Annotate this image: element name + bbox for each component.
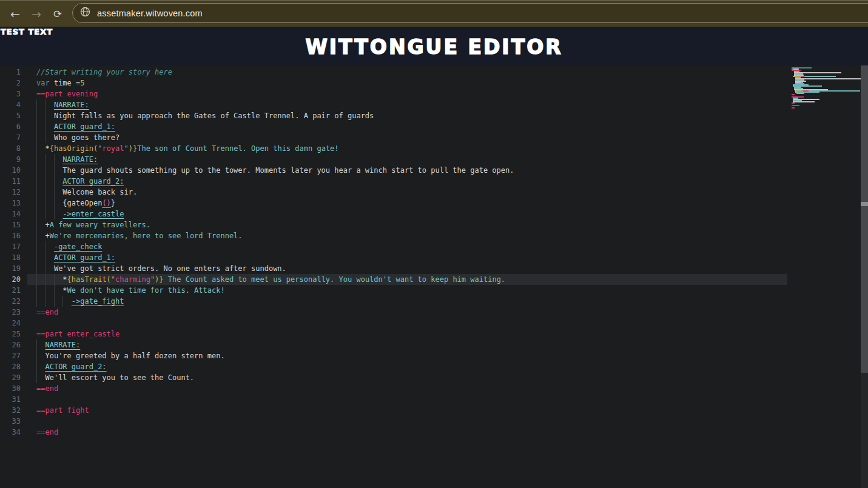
globe-icon	[80, 7, 90, 19]
back-button[interactable]: ←	[7, 6, 23, 22]
code-text: {gateOpen()}	[36, 198, 115, 209]
code-line[interactable]: 10 The guard shouts something up to the …	[0, 165, 868, 176]
code-line[interactable]: 9 NARRATE:	[0, 154, 868, 165]
code-line[interactable]: 28 ACTOR guard_2:	[0, 361, 868, 372]
code-line[interactable]: 24	[0, 318, 868, 329]
code-line[interactable]: 19 We've got strict orders. No one enter…	[0, 263, 868, 274]
line-number: 27	[0, 350, 21, 361]
code-line[interactable]: 21 *We don't have time for this. Attack!	[0, 285, 868, 296]
code-line[interactable]: 2var time =5	[0, 78, 868, 89]
code-line[interactable]: 34==end	[0, 427, 868, 438]
code-line[interactable]: 1//Start writing your story here	[0, 67, 868, 78]
line-number: 10	[0, 165, 21, 176]
code-text: ACTOR guard_2:	[36, 176, 124, 187]
url-text: assetmaker.witwoven.com	[97, 8, 203, 18]
code-text: +We're mercenaries, here to see lord Tre…	[36, 230, 243, 241]
code-text: We'll escort you to see the Count.	[36, 372, 194, 383]
line-number: 18	[0, 252, 21, 263]
line-number: 25	[0, 329, 21, 339]
code-line[interactable]: 8 *{hasOrigin("royal")}The son of Count …	[0, 143, 868, 154]
code-text: You're greeted by a half dozen stern men…	[36, 350, 225, 361]
code-line[interactable]: 22 ->gate_fight	[0, 296, 868, 307]
reload-button[interactable]: ⟳	[50, 6, 66, 22]
line-number: 7	[0, 132, 21, 143]
code-line[interactable]: 29 We'll escort you to see the Count.	[0, 372, 868, 383]
code-line[interactable]: 7 Who goes there?	[0, 132, 868, 143]
line-number: 1	[0, 67, 21, 78]
code-text: ->enter_castle	[36, 209, 124, 219]
forward-button[interactable]: →	[29, 6, 44, 22]
scrollbar[interactable]	[861, 65, 868, 488]
code-line[interactable]: 4 NARRATE:	[0, 99, 868, 110]
line-number: 3	[0, 89, 21, 99]
line-number: 26	[0, 339, 21, 350]
line-number: 28	[0, 361, 21, 372]
code-text: ==end	[36, 427, 58, 438]
code-text: *{hasOrigin("royal")}The son of Count Tr…	[36, 143, 339, 154]
code-line[interactable]: 16 +We're mercenaries, here to see lord …	[0, 230, 868, 241]
line-number: 14	[0, 209, 21, 219]
address-bar[interactable]: assetmaker.witwoven.com	[72, 3, 868, 23]
code-line[interactable]: 32==part fight	[0, 405, 868, 416]
code-text: NARRATE:	[36, 99, 89, 110]
code-text: +A few weary travellers.	[36, 219, 150, 230]
line-number: 22	[0, 296, 21, 307]
code-text: NARRATE:	[36, 154, 98, 165]
minimap[interactable]	[792, 67, 858, 116]
line-number: 34	[0, 427, 21, 438]
code-text: ACTOR guard_1:	[36, 252, 115, 263]
code-line[interactable]: 27 You're greeted by a half dozen stern …	[0, 350, 868, 361]
line-number: 31	[0, 394, 21, 405]
code-line[interactable]: 18 ACTOR guard_1:	[0, 252, 868, 263]
code-text: Night falls as you approach the Gates of…	[36, 110, 374, 121]
code-text: *We don't have time for this. Attack!	[36, 285, 225, 296]
line-number: 13	[0, 198, 21, 209]
page-title: WITTONGUE EDITOR	[0, 35, 868, 59]
title-bar: TEST TEXT WITTONGUE EDITOR	[0, 27, 868, 65]
code-line[interactable]: 25==part enter_castle	[0, 329, 868, 339]
code-line[interactable]: 30==end	[0, 383, 868, 394]
line-number: 33	[0, 416, 21, 427]
code-text: var time =5	[36, 78, 85, 89]
code-text: We've got strict orders. No one enters a…	[36, 263, 286, 274]
line-number: 23	[0, 307, 21, 318]
code-line[interactable]: 26 NARRATE:	[0, 339, 868, 350]
code-line[interactable]: 3==part evening	[0, 89, 868, 99]
code-text: ==end	[36, 307, 58, 318]
scrollbar-thumb[interactable]	[861, 65, 868, 373]
line-number: 2	[0, 78, 21, 89]
code-line[interactable]: 11 ACTOR guard_2:	[0, 176, 868, 187]
line-number: 17	[0, 241, 21, 252]
code-line[interactable]: 6 ACTOR guard_1:	[0, 121, 868, 132]
line-number: 5	[0, 110, 21, 121]
code-line[interactable]: 13 {gateOpen()}	[0, 198, 868, 209]
line-number: 4	[0, 99, 21, 110]
code-line[interactable]: 5 Night falls as you approach the Gates …	[0, 110, 868, 121]
line-number: 30	[0, 383, 21, 394]
code-text: ==end	[36, 383, 58, 394]
code-line[interactable]: 31	[0, 394, 868, 405]
line-number: 24	[0, 318, 21, 329]
code-line[interactable]: 15 +A few weary travellers.	[0, 219, 868, 230]
code-editor[interactable]: 1//Start writing your story here2var tim…	[0, 65, 868, 488]
code-text: ==part evening	[36, 89, 98, 99]
code-text: ==part fight	[36, 405, 89, 416]
line-number: 32	[0, 405, 21, 416]
code-text: *{hasTrait("charming")} The Count asked …	[36, 274, 505, 285]
line-number: 29	[0, 372, 21, 383]
code-line[interactable]: 12 Welcome back sir.	[0, 187, 868, 198]
line-number: 16	[0, 230, 21, 241]
code-text: Who goes there?	[36, 132, 119, 143]
code-line[interactable]: 20 *{hasTrait("charming")} The Count ask…	[0, 274, 868, 285]
code-text: ->gate_fight	[36, 296, 124, 307]
code-text: Welcome back sir.	[36, 187, 137, 198]
code-text: ==part enter_castle	[36, 329, 119, 339]
code-text: ACTOR guard_2:	[36, 361, 107, 372]
code-line[interactable]: 23==end	[0, 307, 868, 318]
code-line[interactable]: 33	[0, 416, 868, 427]
line-number: 9	[0, 154, 21, 165]
code-line[interactable]: 17 -gate_check	[0, 241, 868, 252]
code-line[interactable]: 14 ->enter_castle	[0, 209, 868, 219]
minimap-segment	[792, 107, 795, 109]
code-text: ACTOR guard_1:	[36, 121, 115, 132]
